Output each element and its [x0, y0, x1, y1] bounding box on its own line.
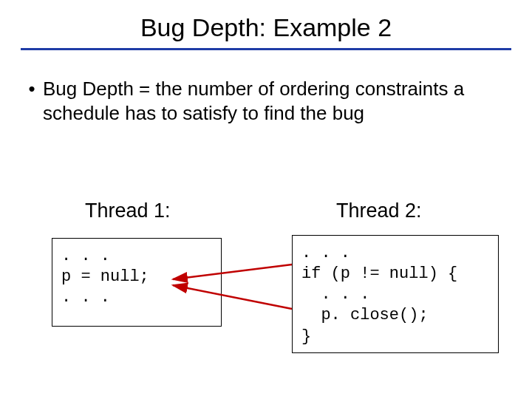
bullet-marker: •	[21, 77, 43, 125]
title-rule	[21, 48, 511, 50]
slide-title: Bug Depth: Example 2	[0, 0, 532, 48]
thread2-label: Thread 2:	[336, 200, 422, 222]
bullet-area: • Bug Depth = the number of ordering con…	[21, 77, 502, 125]
thread1-label: Thread 1:	[85, 200, 171, 222]
thread1-code: . . . p = null; . . .	[52, 238, 222, 327]
bullet-item: • Bug Depth = the number of ordering con…	[21, 77, 502, 125]
thread2-code: . . . if (p != null) { . . . p. close();…	[292, 235, 499, 353]
bullet-text: Bug Depth = the number of ordering const…	[43, 77, 502, 125]
slide: Bug Depth: Example 2 • Bug Depth = the n…	[0, 0, 532, 399]
